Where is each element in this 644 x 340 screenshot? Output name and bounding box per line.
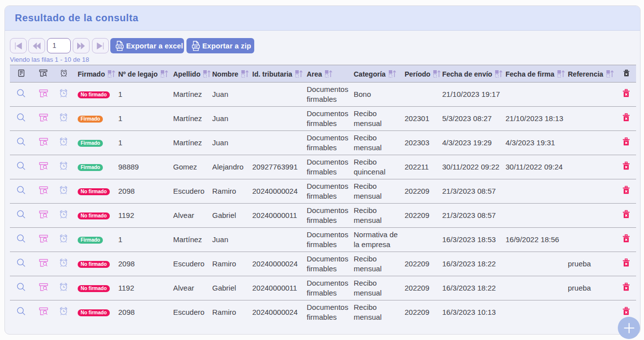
svg-text:ZIP: ZIP	[194, 45, 197, 48]
svg-text:XLS: XLS	[117, 45, 122, 48]
